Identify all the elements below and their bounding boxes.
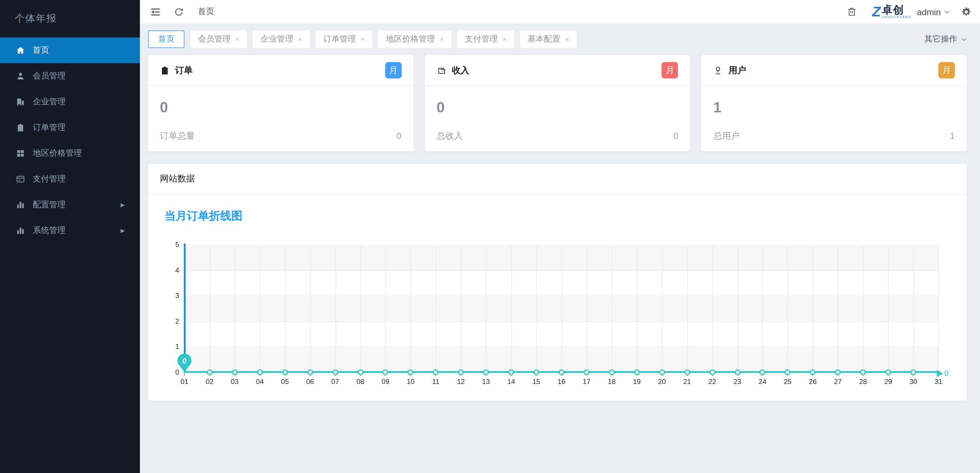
data-point <box>684 369 690 375</box>
data-point <box>533 369 539 375</box>
data-point <box>584 369 590 375</box>
x-tick-label: 07 <box>331 377 339 386</box>
v-gridline <box>762 245 763 372</box>
data-point <box>885 369 891 375</box>
close-icon[interactable]: × <box>440 36 444 43</box>
tab-首页[interactable]: 首页 <box>148 30 185 48</box>
data-point <box>734 369 740 375</box>
sidebar-item-orders[interactable]: 订单管理 <box>0 115 140 140</box>
sidebar-item-home[interactable]: 首页 <box>0 37 140 63</box>
topbar-right: Z 卓创 ZHUOCHUANG admin <box>846 5 973 19</box>
close-icon[interactable]: × <box>298 36 302 43</box>
trash-icon[interactable] <box>846 6 857 17</box>
stat-card-header: 订单月 <box>148 55 413 86</box>
data-point <box>483 369 489 375</box>
data-point <box>760 369 765 375</box>
sidebar-item-label: 配置管理 <box>33 200 65 210</box>
sidebar-item-members[interactable]: 会员管理 <box>0 63 140 89</box>
pin-label: 0 <box>177 354 191 368</box>
tab-地区价格管理[interactable]: 地区价格管理× <box>378 30 451 48</box>
month-badge[interactable]: 月 <box>939 62 955 78</box>
month-badge[interactable]: 月 <box>662 62 678 78</box>
month-badge[interactable]: 月 <box>385 62 401 78</box>
chart-title: 当月订单折线图 <box>164 209 967 224</box>
v-gridline <box>360 245 361 372</box>
sidebar: 个体年报 首页会员管理企业管理订单管理地区价格管理支付管理配置管理▶系统管理▶ <box>0 0 140 473</box>
tab-基本配置[interactable]: 基本配置× <box>520 30 577 48</box>
sidebar-item-config[interactable]: 配置管理▶ <box>0 192 140 218</box>
y-tick-label: 4 <box>175 266 179 274</box>
v-gridline <box>612 245 612 372</box>
x-tick-label: 31 <box>935 377 943 386</box>
v-gridline <box>385 245 386 372</box>
data-point <box>910 369 916 375</box>
site-data-title: 网站数据 <box>148 164 967 194</box>
close-icon[interactable]: × <box>565 36 569 43</box>
stat-footer-label: 总收入 <box>436 131 463 142</box>
sidebar-item-companies[interactable]: 企业管理 <box>0 89 140 115</box>
app-title: 个体年报 <box>0 0 140 37</box>
collapse-sidebar-icon[interactable] <box>150 7 161 17</box>
sidebar-item-region-prices[interactable]: 地区价格管理 <box>0 140 140 166</box>
x-tick-label: 28 <box>859 377 867 386</box>
data-point <box>785 369 791 375</box>
gear-icon[interactable] <box>961 6 972 17</box>
v-gridline <box>939 245 939 372</box>
x-tick-label: 08 <box>356 377 364 386</box>
tab-企业管理[interactable]: 企业管理× <box>253 30 310 48</box>
v-gridline <box>838 245 838 372</box>
sidebar-menu: 首页会员管理企业管理订单管理地区价格管理支付管理配置管理▶系统管理▶ <box>0 37 140 244</box>
tab-支付管理[interactable]: 支付管理× <box>457 30 514 48</box>
stat-footer-value: 0 <box>673 131 678 142</box>
v-gridline <box>285 245 285 372</box>
v-gridline <box>436 245 436 372</box>
axis-arrow-icon <box>937 369 943 377</box>
tab-label: 基本配置 <box>527 34 560 45</box>
close-icon[interactable]: × <box>235 36 239 43</box>
v-gridline <box>737 245 738 372</box>
v-gridline <box>813 245 813 372</box>
close-icon[interactable]: × <box>502 36 506 43</box>
x-tick-label: 22 <box>708 377 716 386</box>
x-tick-label: 21 <box>683 377 691 386</box>
data-point <box>282 369 288 375</box>
v-gridline <box>687 245 687 372</box>
caret-right-icon: ▶ <box>121 202 125 208</box>
tab-会员管理[interactable]: 会员管理× <box>190 30 247 48</box>
tab-label: 订单管理 <box>323 34 356 45</box>
tab-订单管理[interactable]: 订单管理× <box>315 30 372 48</box>
v-gridline <box>662 245 662 372</box>
tab-label: 支付管理 <box>465 34 498 45</box>
data-point <box>357 369 363 375</box>
more-actions-dropdown[interactable]: 其它操作 <box>924 34 967 45</box>
chart-plot-area: 0102030405060708091011121314151617181920… <box>185 245 939 372</box>
v-gridline <box>788 245 788 372</box>
data-point <box>709 369 715 375</box>
stat-card-value: 0 <box>425 86 690 116</box>
data-point <box>835 369 841 375</box>
data-point <box>408 369 414 375</box>
data-point <box>860 369 866 375</box>
x-tick-label: 24 <box>759 377 767 386</box>
tab-label: 地区价格管理 <box>386 34 435 45</box>
brand-subtitle: ZHUOCHUANG <box>882 16 912 19</box>
user-menu[interactable]: admin <box>917 7 950 17</box>
x-tick-label: 11 <box>432 377 439 386</box>
tab-label: 企业管理 <box>261 34 293 45</box>
stat-card-value: 1 <box>702 86 967 116</box>
stat-card-收入: 收入月0总收入0 <box>424 54 690 151</box>
refresh-icon[interactable] <box>174 7 184 17</box>
tab-label: 会员管理 <box>198 34 231 45</box>
v-gridline <box>562 245 562 372</box>
sidebar-item-system[interactable]: 系统管理▶ <box>0 218 140 244</box>
x-tick-label: 16 <box>558 377 566 386</box>
stat-footer-value: 0 <box>397 131 402 142</box>
x-tick-label: 03 <box>231 377 239 386</box>
v-gridline <box>461 245 461 372</box>
close-icon[interactable]: × <box>361 36 365 43</box>
x-tick-label: 25 <box>784 377 791 386</box>
brand-logo[interactable]: Z 卓创 ZHUOCHUANG <box>872 5 912 19</box>
sidebar-item-payments[interactable]: 支付管理 <box>0 166 140 192</box>
data-point <box>383 369 388 375</box>
x-tick-label: 27 <box>834 377 842 386</box>
